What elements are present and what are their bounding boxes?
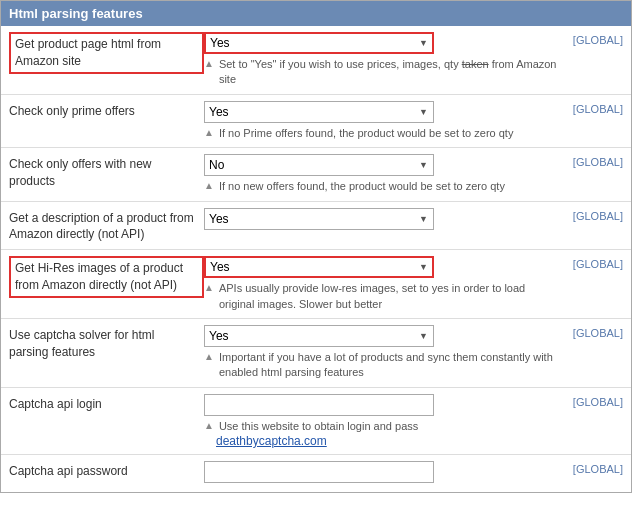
triangle-icon: ▲: [204, 58, 214, 69]
setting-row: Check only prime offersYesNo▲If no Prime…: [1, 95, 631, 148]
triangle-icon: ▲: [204, 420, 214, 431]
triangle-icon: ▲: [204, 127, 214, 138]
global-label-get-product-page-html: [GLOBAL]: [558, 32, 623, 46]
setting-label-use-captcha-solver: Use captcha solver for html parsing feat…: [9, 325, 204, 361]
panel-header: Html parsing features: [1, 1, 631, 26]
setting-label-captcha-api-password: Captcha api password: [9, 461, 204, 480]
panel-title: Html parsing features: [9, 6, 143, 21]
global-label-captcha-api-login: [GLOBAL]: [558, 394, 623, 408]
setting-row: Get product page html from Amazon siteYe…: [1, 26, 631, 95]
select-check-only-prime-offers[interactable]: YesNo: [204, 101, 434, 123]
triangle-icon: ▲: [204, 180, 214, 191]
setting-control-check-only-prime-offers: YesNo▲If no Prime offers found, the prod…: [204, 101, 558, 141]
hint-link-captcha-api-login[interactable]: deathbycaptcha.com: [216, 434, 327, 448]
hint-text-captcha-api-login: Use this website to obtain login and pas…: [217, 419, 418, 434]
select-check-only-offers-new-products[interactable]: YesNo: [204, 154, 434, 176]
setting-control-captcha-api-password: [204, 461, 558, 486]
setting-label-check-only-prime-offers: Check only prime offers: [9, 101, 204, 120]
html-parsing-features-panel: Html parsing features Get product page h…: [0, 0, 632, 493]
triangle-icon: ▲: [204, 351, 214, 362]
hint-row-check-only-offers-new-products: ▲If no new offers found, the product wou…: [204, 179, 558, 194]
global-label-check-only-prime-offers: [GLOBAL]: [558, 101, 623, 115]
input-captcha-api-login[interactable]: [204, 394, 434, 416]
setting-row: Use captcha solver for html parsing feat…: [1, 319, 631, 388]
setting-control-captcha-api-login: ▲Use this website to obtain login and pa…: [204, 394, 558, 448]
setting-row: Captcha api password[GLOBAL]: [1, 455, 631, 492]
hint-text-use-captcha-solver: Important if you have a lot of products …: [217, 350, 558, 381]
input-captcha-api-password[interactable]: [204, 461, 434, 483]
setting-row: Get Hi-Res images of a product from Amaz…: [1, 250, 631, 319]
setting-row: Get a description of a product from Amaz…: [1, 202, 631, 251]
setting-label-check-only-offers-new-products: Check only offers with new products: [9, 154, 204, 190]
setting-control-use-captcha-solver: YesNo▲Important if you have a lot of pro…: [204, 325, 558, 381]
global-label-get-hi-res-images: [GLOBAL]: [558, 256, 623, 270]
setting-control-get-description: YesNo: [204, 208, 558, 233]
global-label-captcha-api-password: [GLOBAL]: [558, 461, 623, 475]
setting-row: Check only offers with new productsYesNo…: [1, 148, 631, 201]
hint-link-row-captcha-api-login: deathbycaptcha.com: [204, 434, 558, 448]
hint-row-use-captcha-solver: ▲Important if you have a lot of products…: [204, 350, 558, 381]
select-get-product-page-html[interactable]: YesNo: [204, 32, 434, 54]
setting-control-check-only-offers-new-products: YesNo▲If no new offers found, the produc…: [204, 154, 558, 194]
select-get-hi-res-images[interactable]: YesNo: [204, 256, 434, 278]
setting-label-captcha-api-login: Captcha api login: [9, 394, 204, 413]
setting-control-get-hi-res-images: YesNo▲APIs usually provide low-res image…: [204, 256, 558, 312]
panel-body: Get product page html from Amazon siteYe…: [1, 26, 631, 492]
global-label-get-description: [GLOBAL]: [558, 208, 623, 222]
setting-row: Captcha api login▲Use this website to ob…: [1, 388, 631, 455]
hint-row-get-product-page-html: ▲Set to "Yes" if you wish to use prices,…: [204, 57, 558, 88]
hint-row-captcha-api-login: ▲Use this website to obtain login and pa…: [204, 419, 558, 434]
hint-text-get-product-page-html: Set to "Yes" if you wish to use prices, …: [217, 57, 558, 88]
setting-control-get-product-page-html: YesNo▲Set to "Yes" if you wish to use pr…: [204, 32, 558, 88]
global-label-use-captcha-solver: [GLOBAL]: [558, 325, 623, 339]
setting-label-get-hi-res-images: Get Hi-Res images of a product from Amaz…: [9, 256, 204, 298]
hint-text-get-hi-res-images: APIs usually provide low-res images, set…: [217, 281, 558, 312]
select-use-captcha-solver[interactable]: YesNo: [204, 325, 434, 347]
hint-row-check-only-prime-offers: ▲If no Prime offers found, the product w…: [204, 126, 558, 141]
global-label-check-only-offers-new-products: [GLOBAL]: [558, 154, 623, 168]
triangle-icon: ▲: [204, 282, 214, 293]
setting-label-get-description: Get a description of a product from Amaz…: [9, 208, 204, 244]
strikethrough-text: taken: [462, 58, 489, 70]
setting-label-get-product-page-html: Get product page html from Amazon site: [9, 32, 204, 74]
select-get-description[interactable]: YesNo: [204, 208, 434, 230]
hint-text-check-only-offers-new-products: If no new offers found, the product woul…: [217, 179, 505, 194]
hint-text-check-only-prime-offers: If no Prime offers found, the product wo…: [217, 126, 514, 141]
hint-row-get-hi-res-images: ▲APIs usually provide low-res images, se…: [204, 281, 558, 312]
